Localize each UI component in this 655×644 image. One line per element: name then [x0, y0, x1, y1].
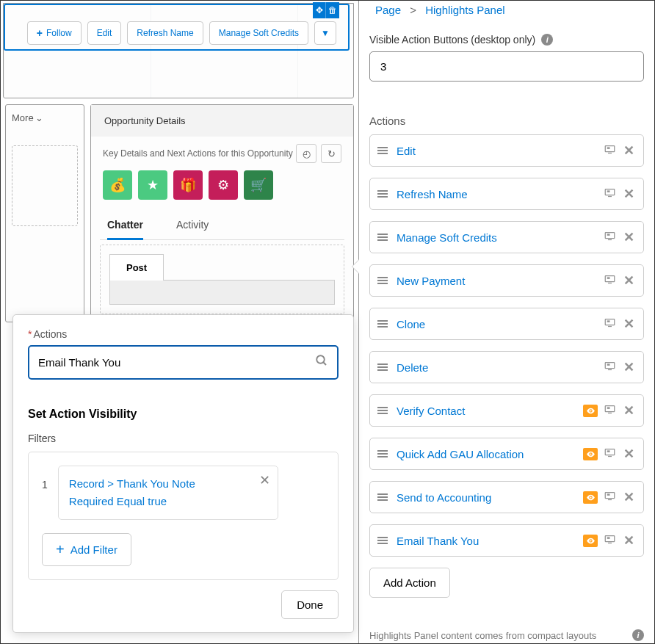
form-factor-icon[interactable]: [604, 491, 616, 504]
done-button[interactable]: Done: [281, 590, 339, 619]
follow-button[interactable]: +Follow: [27, 21, 82, 45]
visibility-eye-icon: [583, 535, 598, 547]
form-factor-icon[interactable]: [604, 317, 616, 331]
trash-icon[interactable]: 🗑: [326, 2, 339, 18]
edit-button[interactable]: Edit: [87, 21, 122, 45]
drag-handle-icon[interactable]: [377, 234, 388, 241]
svg-point-0: [316, 355, 325, 363]
drag-handle-icon[interactable]: [377, 147, 388, 154]
remove-action-icon[interactable]: ✕: [622, 532, 636, 549]
action-item[interactable]: Refresh Name ✕: [369, 178, 644, 210]
visibility-eye-icon: [583, 491, 598, 504]
gear-icon[interactable]: ⚙: [209, 170, 238, 200]
form-factor-icon[interactable]: [604, 231, 616, 245]
drag-handle-icon[interactable]: [377, 450, 388, 457]
cart-check-icon[interactable]: 🛒: [244, 170, 273, 200]
filter-chip[interactable]: ✕ Record > Thank You Note Required Equal…: [58, 466, 278, 520]
svg-rect-23: [608, 412, 612, 413]
action-item-label: Verify Contact: [397, 405, 583, 417]
remove-action-icon[interactable]: ✕: [622, 359, 636, 375]
chevron-right-icon: >: [410, 4, 416, 16]
drag-handle-icon[interactable]: [377, 537, 388, 544]
form-factor-icon[interactable]: [604, 404, 616, 418]
remove-action-icon[interactable]: ✕: [622, 142, 636, 159]
refresh-name-button[interactable]: Refresh Name: [127, 21, 203, 45]
svg-line-1: [323, 362, 326, 365]
drag-handle-icon[interactable]: [377, 363, 388, 371]
action-item-label: Delete: [397, 361, 604, 374]
post-tab[interactable]: Post: [109, 254, 164, 281]
drag-handle-icon[interactable]: [377, 493, 388, 501]
drag-handle-icon[interactable]: [377, 320, 388, 328]
action-item[interactable]: Edit ✕: [369, 134, 644, 167]
form-factor-icon[interactable]: [604, 144, 616, 158]
info-icon[interactable]: i: [541, 34, 553, 46]
form-factor-icon[interactable]: [604, 534, 616, 548]
form-factor-icon[interactable]: [604, 447, 616, 461]
remove-action-icon[interactable]: ✕: [622, 446, 636, 462]
remove-action-icon[interactable]: ✕: [622, 402, 636, 419]
svg-rect-31: [608, 499, 612, 499]
action-item-label: New Payment: [397, 275, 604, 287]
post-strip: [109, 280, 335, 305]
remove-action-icon[interactable]: ✕: [622, 489, 636, 505]
manage-soft-credits-button[interactable]: Manage Soft Credits: [209, 21, 308, 45]
svg-rect-19: [608, 369, 612, 369]
move-icon[interactable]: ✥: [313, 2, 326, 18]
money-bag-icon[interactable]: 💰: [103, 170, 132, 200]
refresh-icon[interactable]: ↻: [321, 144, 341, 163]
remove-action-icon[interactable]: ✕: [622, 186, 636, 202]
more-dropdown[interactable]: More⌄: [12, 112, 78, 123]
action-item[interactable]: New Payment ✕: [369, 264, 644, 297]
info-icon[interactable]: i: [632, 629, 644, 641]
breadcrumb-current[interactable]: Highlights Panel: [425, 4, 504, 16]
add-action-button[interactable]: Add Action: [369, 568, 450, 598]
drag-handle-icon[interactable]: [377, 407, 388, 414]
form-factor-icon[interactable]: [604, 187, 616, 201]
action-item[interactable]: Manage Soft Credits ✕: [369, 221, 644, 253]
remove-action-icon[interactable]: ✕: [622, 316, 636, 332]
form-factor-icon[interactable]: [604, 274, 616, 288]
preview-sidebar[interactable]: More⌄: [5, 104, 84, 322]
actions-search-input[interactable]: [28, 345, 339, 380]
opportunity-details-header: Opportunity Details: [91, 105, 353, 137]
svg-rect-15: [607, 320, 610, 322]
visible-action-buttons-label: Visible Action Buttons (desktop only): [369, 34, 535, 46]
tab-activity[interactable]: Activity: [176, 211, 209, 239]
action-item-label: Clone: [397, 318, 604, 330]
placeholder-region: [12, 145, 78, 226]
clock-icon[interactable]: ◴: [296, 144, 316, 163]
svg-rect-30: [607, 493, 610, 496]
add-filter-button[interactable]: + Add Filter: [42, 533, 131, 566]
action-item[interactable]: Delete ✕: [369, 351, 644, 383]
action-item-label: Send to Accounting: [397, 491, 583, 504]
action-item[interactable]: Verify Contact ✕: [369, 394, 644, 427]
form-factor-icon[interactable]: [604, 361, 616, 375]
key-action-icons: 💰 ★ 🎁 ⚙ 🛒: [91, 163, 353, 207]
actions-search-field[interactable]: [38, 356, 315, 369]
action-item-label: Quick Add GAU Allocation: [397, 448, 583, 460]
action-item[interactable]: Quick Add GAU Allocation ✕: [369, 438, 644, 470]
drag-handle-icon[interactable]: [377, 190, 388, 198]
gift-icon[interactable]: 🎁: [173, 170, 203, 200]
remove-filter-icon[interactable]: ✕: [259, 472, 270, 488]
preview-highlight-panel[interactable]: ✥ 🗑 +Follow Edit Refresh Name Manage Sof…: [3, 3, 354, 98]
filter-text-line1: Record > Thank You Note: [69, 475, 267, 493]
visible-action-buttons-input[interactable]: [369, 51, 644, 82]
preview-main[interactable]: Opportunity Details Key Details and Next…: [90, 104, 354, 322]
action-item[interactable]: Email Thank You ✕: [369, 524, 644, 557]
popover-pointer: [352, 259, 359, 274]
breadcrumb-parent[interactable]: Page: [375, 4, 401, 16]
remove-action-icon[interactable]: ✕: [622, 229, 636, 245]
action-item[interactable]: Clone ✕: [369, 308, 644, 340]
remove-action-icon[interactable]: ✕: [622, 272, 636, 289]
svg-rect-3: [607, 147, 610, 149]
star-icon[interactable]: ★: [138, 170, 167, 200]
drag-handle-icon[interactable]: [377, 277, 388, 284]
action-item-label: Edit: [397, 145, 604, 157]
filter-index: 1: [42, 466, 48, 491]
dropdown-button[interactable]: ▼: [314, 21, 336, 45]
search-icon: [315, 354, 328, 371]
tab-chatter[interactable]: Chatter: [107, 211, 143, 240]
action-item[interactable]: Send to Accounting ✕: [369, 481, 644, 513]
